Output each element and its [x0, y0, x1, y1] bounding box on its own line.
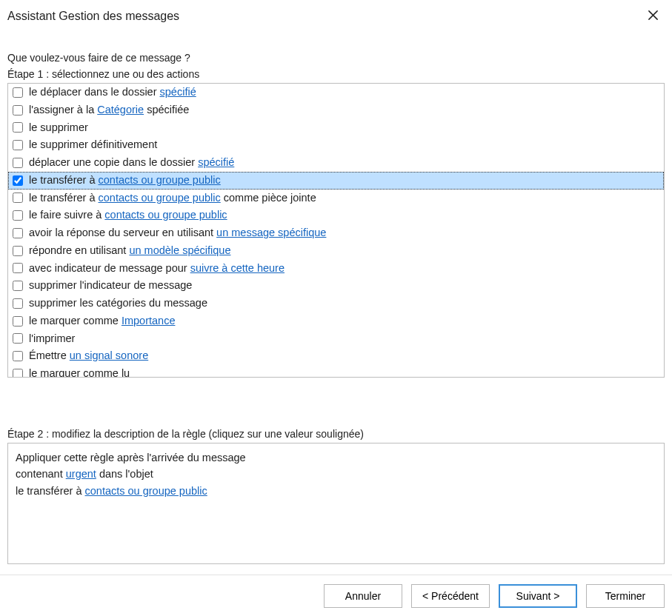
actions-scroll[interactable]: le déplacer dans le dossier spécifiél'as… — [8, 84, 664, 377]
action-item-14[interactable]: l'imprimer — [8, 330, 664, 348]
action-item-1[interactable]: l'assigner à la Catégorie spécifiée — [8, 101, 664, 119]
action-link[interactable]: contacts ou groupe public — [99, 192, 221, 204]
action-item-10[interactable]: avec indicateur de message pour suivre à… — [8, 260, 664, 278]
action-link[interactable]: un modèle spécifique — [129, 244, 230, 256]
divider — [0, 575, 672, 575]
desc-link[interactable]: contacts ou groupe public — [85, 485, 207, 497]
rule-description-box: Appliquer cette règle après l'arrivée du… — [7, 443, 665, 564]
action-label-3: le supprimer définitivement — [29, 137, 157, 153]
action-checkbox-9[interactable] — [13, 246, 23, 256]
action-checkbox-16[interactable] — [13, 369, 23, 377]
action-label-13: le marquer comme Importance — [29, 313, 175, 329]
back-button[interactable]: < Précédent — [411, 584, 490, 608]
action-item-4[interactable]: déplacer une copie dans le dossier spéci… — [8, 154, 664, 172]
action-link[interactable]: spécifié — [198, 156, 234, 168]
action-checkbox-8[interactable] — [13, 228, 23, 238]
action-label-6: le transférer à contacts ou groupe publi… — [29, 190, 316, 207]
action-item-9[interactable]: répondre en utilisant un modèle spécifiq… — [8, 242, 664, 260]
action-label-11: supprimer l'indicateur de message — [29, 278, 192, 294]
action-checkbox-4[interactable] — [13, 158, 23, 168]
desc-line-2: le transférer à contacts ou groupe publi… — [16, 483, 656, 499]
desc-line-1: contenant urgent dans l'objet — [16, 466, 656, 482]
action-item-3[interactable]: le supprimer définitivement — [8, 136, 664, 154]
next-button[interactable]: Suivant > — [499, 584, 577, 608]
action-label-10: avec indicateur de message pour suivre à… — [29, 261, 285, 277]
action-item-0[interactable]: le déplacer dans le dossier spécifié — [8, 84, 664, 101]
action-item-8[interactable]: avoir la réponse du serveur en utilisant… — [8, 224, 664, 242]
action-label-0: le déplacer dans le dossier spécifié — [29, 84, 196, 101]
action-link[interactable]: un message spécifique — [216, 227, 326, 238]
action-item-7[interactable]: le faire suivre à contacts ou groupe pub… — [8, 207, 664, 224]
cancel-button[interactable]: Annuler — [324, 584, 402, 608]
action-link[interactable]: spécifié — [160, 86, 196, 98]
button-bar: Annuler < Précédent Suivant > Terminer — [0, 584, 672, 615]
action-item-11[interactable]: supprimer l'indicateur de message — [8, 277, 664, 295]
action-item-12[interactable]: supprimer les catégories du message — [8, 295, 664, 312]
finish-button[interactable]: Terminer — [586, 584, 665, 608]
action-link[interactable]: contacts ou groupe public — [104, 209, 227, 221]
dialog-title: Assistant Gestion des messages — [7, 10, 179, 23]
action-label-12: supprimer les catégories du message — [29, 295, 207, 312]
action-link[interactable]: Importance — [122, 315, 176, 327]
action-checkbox-1[interactable] — [13, 105, 23, 116]
action-checkbox-15[interactable] — [13, 351, 23, 361]
action-checkbox-13[interactable] — [13, 316, 23, 327]
action-checkbox-6[interactable] — [13, 192, 23, 203]
action-label-16: le marquer comme lu — [29, 366, 130, 377]
action-checkbox-11[interactable] — [13, 281, 23, 291]
action-link[interactable]: contacts ou groupe public — [99, 174, 221, 186]
step1-label: Étape 1 : sélectionnez une ou des action… — [7, 68, 665, 80]
action-label-9: répondre en utilisant un modèle spécifiq… — [29, 243, 230, 259]
action-label-7: le faire suivre à contacts ou groupe pub… — [29, 207, 227, 224]
action-label-1: l'assigner à la Catégorie spécifiée — [29, 102, 189, 118]
action-checkbox-2[interactable] — [13, 122, 23, 133]
action-checkbox-12[interactable] — [13, 298, 23, 309]
close-button[interactable] — [642, 6, 663, 27]
desc-link[interactable]: urgent — [66, 468, 96, 480]
action-item-15[interactable]: Émettre un signal sonore — [8, 347, 664, 365]
action-label-5: le transférer à contacts ou groupe publi… — [29, 173, 221, 189]
action-checkbox-0[interactable] — [13, 87, 23, 98]
action-item-5[interactable]: le transférer à contacts ou groupe publi… — [8, 172, 664, 190]
action-label-2: le supprimer — [29, 120, 88, 136]
wizard-question: Que voulez-vous faire de ce message ? — [7, 52, 665, 64]
action-label-14: l'imprimer — [29, 331, 75, 347]
action-label-15: Émettre un signal sonore — [29, 348, 148, 364]
action-checkbox-10[interactable] — [13, 263, 23, 273]
actions-listbox: le déplacer dans le dossier spécifiél'as… — [7, 83, 665, 378]
action-item-6[interactable]: le transférer à contacts ou groupe publi… — [8, 190, 664, 207]
action-item-13[interactable]: le marquer comme Importance — [8, 312, 664, 330]
step2-label: Étape 2 : modifiez la description de la … — [7, 428, 665, 440]
action-checkbox-14[interactable] — [13, 333, 23, 344]
action-link[interactable]: un signal sonore — [70, 349, 148, 361]
action-checkbox-5[interactable] — [13, 175, 23, 186]
close-icon — [648, 10, 659, 24]
action-item-2[interactable]: le supprimer — [8, 119, 664, 137]
action-item-16[interactable]: le marquer comme lu — [8, 365, 664, 377]
action-checkbox-7[interactable] — [13, 210, 23, 221]
action-label-4: déplacer une copie dans le dossier spéci… — [29, 155, 234, 171]
action-label-8: avoir la réponse du serveur en utilisant… — [29, 225, 326, 241]
action-checkbox-3[interactable] — [13, 140, 23, 150]
action-link[interactable]: suivre à cette heure — [190, 262, 285, 274]
desc-line-0: Appliquer cette règle après l'arrivée du… — [16, 449, 656, 466]
action-link[interactable]: Catégorie — [97, 104, 144, 116]
